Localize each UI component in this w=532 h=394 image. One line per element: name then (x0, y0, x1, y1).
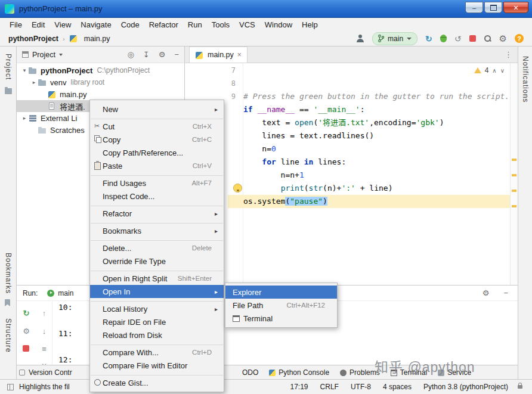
run-tab[interactable]: main (44, 286, 77, 300)
menu-item[interactable]: Copy Path/Reference... (90, 146, 224, 159)
submenu-item[interactable]: File Path Ctrl+Alt+F12 (225, 299, 337, 312)
menu-item[interactable] (90, 172, 224, 176)
menu-item[interactable] (90, 220, 224, 224)
warning-tick[interactable] (512, 205, 516, 207)
menu-item[interactable]: Copy Ctrl+C (90, 133, 224, 146)
locate-file-icon[interactable]: ◎ (128, 50, 134, 59)
tool-window-button[interactable]: Problems (340, 368, 380, 377)
tab-close-icon[interactable]: × (237, 51, 242, 59)
menu-bar-item[interactable]: VCS (234, 18, 260, 31)
tool-button-notifications[interactable]: Notifications (521, 56, 530, 103)
menu-item[interactable]: Paste Ctrl+V (90, 159, 224, 172)
tool-windows-toggle-icon[interactable] (7, 384, 14, 390)
menu-item[interactable]: Delete... Delete (90, 241, 224, 255)
debug-icon[interactable] (440, 35, 447, 42)
bookmark-icon[interactable] (5, 299, 10, 306)
tool-window-button[interactable]: Python Console (269, 368, 329, 377)
tool-button-project[interactable]: Project (4, 54, 13, 80)
menu-item[interactable] (90, 268, 224, 272)
stop-icon[interactable] (469, 35, 476, 42)
menu-bar-item[interactable]: Code (116, 18, 144, 31)
breadcrumb-file[interactable]: main.py (84, 35, 110, 43)
menu-bar-item[interactable]: Window (260, 18, 297, 31)
warning-tick[interactable] (512, 159, 516, 161)
project-folder-icon[interactable] (5, 88, 12, 94)
error-stripe[interactable] (510, 63, 518, 285)
up-arrow-icon[interactable]: ↑ (39, 308, 49, 318)
menu-item[interactable]: Cut Ctrl+X (90, 120, 224, 133)
tool-window-button[interactable]: ODO (242, 368, 258, 377)
hide-panel-icon[interactable]: − (174, 50, 179, 59)
update-project-icon[interactable]: ↻ (425, 34, 432, 44)
project-panel-title[interactable]: Project (32, 51, 55, 59)
menu-item[interactable]: Override File Type (90, 255, 224, 268)
menu-bar-item[interactable]: Help (297, 18, 323, 31)
tree-chevron-icon[interactable]: ▾ (20, 67, 29, 73)
editor-tab[interactable]: main.py × (189, 46, 248, 63)
lock-icon[interactable] (518, 385, 522, 389)
status-widget[interactable]: 4 spaces (383, 383, 412, 391)
menu-item[interactable] (90, 298, 224, 302)
menu-item[interactable] (90, 237, 224, 241)
close-button[interactable]: × (503, 2, 528, 13)
menu-bar-item[interactable]: File (5, 18, 27, 31)
menu-item[interactable]: Refactor ▸ (90, 207, 224, 220)
menu-item[interactable]: Inspect Code... (90, 190, 224, 203)
soft-wrap-icon[interactable]: ≡ (39, 344, 49, 353)
editor[interactable]: 789 # Press the green button in the gutt… (185, 63, 518, 285)
status-widget[interactable]: Python 3.8 (pythonProject) (423, 383, 508, 391)
menu-item[interactable]: Compare File with Editor (90, 359, 224, 372)
hide-run-panel-icon[interactable]: − (503, 288, 508, 297)
chevron-down-icon[interactable] (59, 54, 63, 56)
menu-item[interactable]: Bookmarks ▸ (90, 224, 224, 237)
intention-bulb-icon[interactable] (233, 184, 242, 193)
tree-row[interactable]: main.py (17, 88, 184, 100)
menu-item[interactable] (90, 116, 224, 120)
panel-settings-icon[interactable]: ⚙ (159, 50, 166, 59)
menu-item[interactable] (90, 342, 224, 346)
menu-item[interactable]: New ▸ (90, 103, 224, 116)
help-icon[interactable]: ? (515, 34, 524, 43)
down-arrow-icon[interactable]: ↓ (39, 326, 49, 336)
tree-row[interactable]: ▾ pythonProject C:\pythonProject (17, 64, 184, 76)
status-widget[interactable]: CRLF (320, 383, 339, 391)
menu-item[interactable]: Open in Right Split Shift+Enter (90, 272, 224, 285)
tool-button-bookmarks[interactable]: Bookmarks (4, 253, 13, 294)
git-branch-widget[interactable]: main (372, 32, 417, 45)
maximize-button[interactable] (484, 2, 502, 13)
menu-bar-item[interactable]: Refactor (144, 18, 183, 31)
run-settings-icon[interactable]: ⚙ (482, 288, 490, 297)
rerun-icon[interactable]: ↻ (21, 308, 31, 318)
inspections-widget[interactable]: 4 ∧ ∨ (474, 66, 505, 75)
menu-item[interactable]: Repair IDE on File (90, 315, 224, 328)
minimize-button[interactable]: – (465, 2, 483, 13)
menu-item[interactable]: Compare With... Ctrl+D (90, 346, 224, 359)
user-icon[interactable] (356, 35, 364, 42)
tool-button-version-control[interactable]: Version Contr (19, 365, 72, 380)
menu-bar-item[interactable]: Navigate (76, 18, 116, 31)
tree-chevron-icon[interactable]: ▸ (20, 115, 29, 121)
tab-options-icon[interactable]: ⋮ (505, 50, 512, 59)
breadcrumb-project[interactable]: pythonProject (8, 35, 58, 43)
menu-bar-item[interactable]: View (50, 18, 76, 31)
tool-button-structure[interactable]: Structure (4, 318, 13, 353)
tree-row[interactable]: ▸ venv library root (17, 76, 184, 88)
stop-icon[interactable] (23, 345, 29, 352)
expand-icon[interactable]: ↧ (143, 50, 150, 59)
chevron-down-icon[interactable]: ∨ (500, 67, 505, 74)
menu-item[interactable] (90, 372, 224, 376)
rollback-icon[interactable]: ↺ (454, 34, 462, 44)
chevron-up-icon[interactable]: ∧ (492, 67, 496, 74)
settings-gear-icon[interactable]: ⚙ (499, 34, 507, 43)
status-widget[interactable]: UTF-8 (351, 383, 371, 391)
menu-item[interactable] (90, 203, 224, 207)
tree-chevron-icon[interactable]: ▸ (30, 79, 38, 85)
status-widget[interactable]: 17:19 (290, 383, 308, 391)
submenu-item[interactable]: Terminal (225, 312, 337, 325)
menu-item[interactable]: Reload from Disk (90, 328, 224, 342)
menu-item[interactable]: Open In ▸ (90, 285, 224, 298)
menu-bar-item[interactable]: Run (183, 18, 207, 31)
menu-item[interactable]: Create Gist... (90, 376, 224, 389)
menu-item[interactable]: Find Usages Alt+F7 (90, 176, 224, 190)
warning-tick[interactable] (512, 190, 516, 192)
